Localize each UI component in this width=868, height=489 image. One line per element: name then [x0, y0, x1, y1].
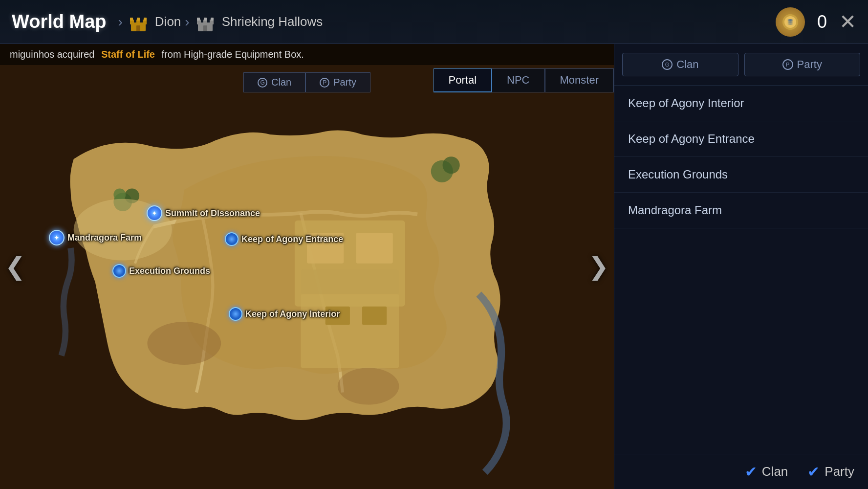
- list-item-keep-interior-label: Keep of Agony Interior: [628, 96, 744, 110]
- svg-rect-5: [137, 18, 140, 21]
- panel-filter-row: G Clan P Party: [614, 44, 868, 86]
- tab-npc[interactable]: NPC: [492, 68, 544, 92]
- portal-keep-entrance-icon[interactable]: [225, 232, 239, 246]
- list-item-keep-entrance[interactable]: Keep of Agony Entrance: [614, 121, 868, 157]
- label-mandragora-farm: Mandragora Farm: [67, 233, 142, 243]
- portal-execution-grounds-icon[interactable]: [112, 264, 126, 278]
- list-item-execution-grounds[interactable]: Execution Grounds: [614, 157, 868, 193]
- map-tabs: Portal NPC Monster: [434, 68, 614, 92]
- svg-rect-6: [144, 18, 147, 21]
- svg-point-31: [443, 156, 460, 174]
- castle-icon-2: [194, 10, 217, 34]
- panel-party-btn[interactable]: P Party: [744, 53, 861, 76]
- clan-checkmark: ✔: [745, 463, 757, 480]
- breadcrumb-dion[interactable]: Dion: [127, 10, 181, 34]
- header: World Map › Dion ›: [0, 0, 868, 44]
- party-checkbox-label: Party: [825, 464, 854, 479]
- list-item-execution-grounds-label: Execution Grounds: [628, 168, 728, 181]
- portal-mandragora-farm-icon[interactable]: [49, 230, 65, 245]
- panel-clan-icon: G: [662, 59, 673, 70]
- breadcrumb-shrieking-hallows-label: Shrieking Hallows: [222, 14, 323, 29]
- label-execution-grounds: Execution Grounds: [129, 266, 210, 276]
- checkbox-party[interactable]: ✔ Party: [807, 463, 854, 480]
- header-right: 0 ✕: [776, 7, 856, 37]
- nav-left-arrow[interactable]: ❮: [5, 252, 25, 281]
- svg-rect-7: [136, 25, 140, 31]
- main-content: miguinhos acquired Staff of Life from Hi…: [0, 44, 868, 489]
- svg-rect-23: [301, 269, 399, 294]
- svg-point-32: [147, 322, 221, 365]
- clan-checkbox-label: Clan: [762, 464, 788, 479]
- notification-bar: miguinhos acquired Staff of Life from Hi…: [0, 44, 614, 65]
- nav-right-arrow[interactable]: ❯: [588, 252, 609, 281]
- breadcrumb-dion-label: Dion: [155, 14, 181, 29]
- breadcrumb-shrieking-hallows[interactable]: Shrieking Hallows: [194, 10, 323, 34]
- svg-rect-26: [362, 307, 387, 325]
- panel-party-label: Party: [797, 58, 822, 71]
- svg-rect-22: [356, 233, 392, 264]
- map-container: miguinhos acquired Staff of Life from Hi…: [0, 44, 614, 489]
- scroll-icon: [776, 7, 805, 37]
- panel-clan-btn[interactable]: G Clan: [622, 53, 738, 76]
- notification-item: Staff of Life: [101, 49, 155, 60]
- map-terrain-svg: [0, 44, 614, 489]
- close-button[interactable]: ✕: [839, 12, 856, 32]
- castle-icon-1: [127, 10, 150, 34]
- svg-rect-16: [203, 25, 207, 31]
- item-count: 0: [815, 12, 829, 32]
- party-filter-label: Party: [333, 77, 356, 88]
- label-keep-entrance: Keep of Agony Entrance: [241, 234, 343, 244]
- clan-filter-icon: G: [258, 78, 267, 88]
- svg-point-33: [338, 368, 399, 404]
- portal-list: Keep of Agony Interior Keep of Agony Ent…: [614, 86, 868, 454]
- panel-bottom: ✔ Clan ✔ Party: [614, 454, 868, 489]
- checkbox-clan[interactable]: ✔ Clan: [745, 463, 788, 480]
- location-keep-entrance: Keep of Agony Entrance: [225, 232, 343, 246]
- notification-suffix: from High-grade Equipment Box.: [162, 49, 304, 60]
- clan-filter-btn[interactable]: G Clan: [243, 72, 305, 92]
- svg-rect-14: [204, 18, 207, 21]
- page-title: World Map: [12, 11, 107, 32]
- notification-prefix: miguinhos acquired: [10, 49, 94, 60]
- panel-party-icon: P: [782, 59, 793, 70]
- clan-filter-label: Clan: [271, 77, 291, 88]
- tab-portal[interactable]: Portal: [434, 68, 492, 92]
- party-filter-icon: P: [320, 78, 329, 88]
- tab-monster[interactable]: Monster: [545, 68, 614, 92]
- party-filter-btn[interactable]: P Party: [305, 72, 370, 92]
- list-item-mandragora-farm-label: Mandragora Farm: [628, 203, 722, 217]
- location-execution-grounds: Execution Grounds: [112, 264, 210, 278]
- location-summit-dissonance: Summit of Dissonance: [147, 205, 260, 221]
- label-keep-interior: Keep of Agony Interior: [245, 309, 340, 319]
- list-item-mandragora-farm[interactable]: Mandragora Farm: [614, 193, 868, 228]
- location-mandragora-farm: Mandragora Farm: [49, 230, 142, 245]
- svg-rect-4: [130, 18, 133, 21]
- breadcrumb-arrow-1: ›: [118, 14, 123, 30]
- portal-summit-icon[interactable]: [147, 205, 162, 221]
- svg-point-29: [113, 188, 126, 200]
- label-summit-dissonance: Summit of Dissonance: [165, 208, 260, 219]
- svg-rect-24: [301, 294, 399, 368]
- svg-rect-15: [211, 18, 214, 21]
- list-item-keep-entrance-label: Keep of Agony Entrance: [628, 132, 755, 145]
- breadcrumb-arrow-2: ›: [185, 14, 189, 30]
- location-keep-interior: Keep of Agony Interior: [229, 307, 340, 321]
- svg-rect-13: [197, 18, 200, 21]
- portal-keep-interior-icon[interactable]: [229, 307, 242, 321]
- right-panel: G Clan P Party Keep of Agony Interior Ke…: [614, 44, 868, 489]
- list-item-keep-interior[interactable]: Keep of Agony Interior: [614, 86, 868, 121]
- panel-clan-label: Clan: [676, 58, 698, 71]
- party-checkmark: ✔: [807, 463, 820, 480]
